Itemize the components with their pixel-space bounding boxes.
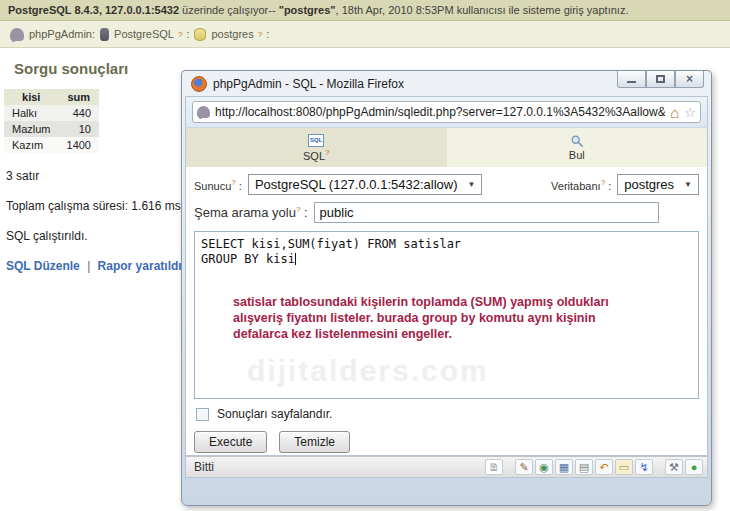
help-link[interactable]: ? [231, 178, 235, 187]
status-bar: Bitti 🗎 ✎ ◉ ▦ ▤ ↶ ▭ ↯ ⚒ ● [185, 456, 708, 478]
help-link[interactable]: ? [601, 178, 605, 187]
help-link[interactable]: ? [178, 30, 182, 39]
sql-window-icon: SQL [308, 134, 324, 147]
window-titlebar[interactable]: phpPgAdmin - SQL - Mozilla Firefox × [185, 71, 708, 96]
help-link[interactable]: ? [325, 148, 329, 157]
printer-icon[interactable]: ▤ [575, 459, 593, 475]
database-label: Veritabanı [551, 179, 601, 191]
server-select[interactable]: PostgreSQL (127.0.0.1:5432:allow) ▼ [248, 174, 483, 195]
firefox-icon [191, 76, 207, 92]
help-link[interactable]: ? [258, 30, 262, 39]
bookmark-star-icon[interactable]: ☆ [684, 106, 696, 119]
sql-line-2: GROUP BY kisi [201, 252, 295, 266]
minimize-icon [627, 80, 636, 83]
paginate-label: Sonuçları sayfalandır. [217, 407, 332, 421]
tab-find[interactable]: Bul [447, 128, 708, 167]
schema-row: Şema arama yolu? : [186, 195, 707, 223]
col-header-kisi: kisi [4, 89, 59, 105]
status-text: Bitti [194, 460, 483, 474]
table-row: Halkı 440 [4, 105, 99, 121]
window-title: phpPgAdmin - SQL - Mozilla Firefox [213, 77, 404, 91]
logged-user: "postgres" [279, 4, 336, 16]
schema-input[interactable] [314, 202, 659, 223]
url-text[interactable]: http://localhost:8080/phpPgAdmin/sqledit… [215, 105, 665, 119]
create-report-link[interactable]: Rapor yaratıldı. [98, 259, 185, 273]
col-header-sum: sum [59, 89, 99, 105]
search-icon [570, 134, 584, 148]
phppgadmin-logo-icon [10, 28, 24, 41]
button-row: Execute Temizle [186, 421, 707, 453]
paginate-row: Sonuçları sayfalandır. [186, 399, 707, 421]
favicon-phppgadmin-icon [197, 106, 210, 118]
table-row: Kazım 1400 [4, 137, 99, 153]
close-button[interactable]: × [675, 71, 704, 88]
edit-sql-link[interactable]: SQL Düzenle [6, 259, 80, 273]
table-row: Mazlum 10 [4, 121, 99, 137]
breadcrumb-database[interactable]: postgres?: [211, 28, 269, 40]
home-icon[interactable]: ⌂ [670, 105, 679, 120]
addon-status-icon[interactable]: ● [685, 459, 703, 475]
server-icon [100, 28, 109, 41]
close-icon: × [686, 73, 693, 85]
note-icon[interactable]: ▭ [615, 459, 633, 475]
results-table: kisi sum Halkı 440 Mazlum 10 Kazım 1400 [4, 89, 99, 153]
tab-bar: SQL SQL? Bul [186, 128, 707, 167]
login-info: , 18th Apr, 2010 8:53PM kullanıcısı ile … [336, 4, 629, 16]
text-caret [295, 253, 296, 265]
help-link[interactable]: ? [296, 205, 300, 214]
maximize-button[interactable] [646, 71, 675, 88]
chevron-down-icon: ▼ [684, 180, 692, 189]
link-separator: | [83, 259, 94, 273]
globe-icon[interactable]: ◉ [535, 459, 553, 475]
browser-content: SQL SQL? Bul Sunucu? : PostgreSQL (127.0… [185, 127, 708, 456]
database-select[interactable]: postgres ▼ [617, 174, 699, 195]
server-label: Sunucu [194, 179, 231, 191]
breadcrumb-app[interactable]: phpPgAdmin: [29, 28, 95, 40]
watermark: dijitalders.com [247, 354, 489, 388]
server-status-bar: PostgreSQL 8.4.3, 127.0.0.1:5432 üzerind… [0, 0, 730, 21]
tools-icon[interactable]: ⚒ [665, 459, 683, 475]
tutorial-annotation: satislar tablosundaki kişilerin toplamda… [233, 294, 613, 342]
minimize-button[interactable] [617, 71, 646, 88]
maximize-icon [656, 75, 665, 83]
breadcrumb-server[interactable]: PostgreSQL?: [114, 28, 189, 40]
tab-sql[interactable]: SQL SQL? [186, 128, 447, 167]
pencil-icon[interactable]: ✎ [515, 459, 533, 475]
browser-toolbar: http://localhost:8080/phpPgAdmin/sqledit… [185, 96, 708, 127]
paginate-checkbox[interactable] [196, 408, 209, 421]
server-version: PostgreSQL 8.4.3, 127.0.0.1:5432 [8, 4, 179, 16]
clear-button[interactable]: Temizle [279, 431, 350, 453]
sql-editor-window: phpPgAdmin - SQL - Mozilla Firefox × htt… [181, 70, 712, 506]
database-icon [194, 28, 206, 41]
lightning-icon[interactable]: ↯ [635, 459, 653, 475]
sql-textarea[interactable]: SELECT kisi,SUM(fiyat) FROM satislarGROU… [194, 231, 699, 399]
breadcrumb: phpPgAdmin: PostgreSQL?: postgres?: [0, 21, 730, 48]
server-row: Sunucu? : PostgreSQL (127.0.0.1:5432:all… [186, 167, 707, 195]
window-controls: × [617, 71, 704, 88]
sql-line-1: SELECT kisi,SUM(fiyat) FROM satislar [201, 237, 461, 251]
schema-label: Şema arama yolu [194, 205, 296, 220]
save-icon[interactable]: ▦ [555, 459, 573, 475]
url-bar[interactable]: http://localhost:8080/phpPgAdmin/sqledit… [192, 101, 701, 123]
new-document-icon[interactable]: 🗎 [485, 459, 503, 475]
chevron-down-icon: ▼ [467, 180, 475, 189]
running-text: üzerinde çalışıyor-- [179, 4, 279, 16]
undo-icon[interactable]: ↶ [595, 459, 613, 475]
execute-button[interactable]: Execute [194, 431, 267, 453]
